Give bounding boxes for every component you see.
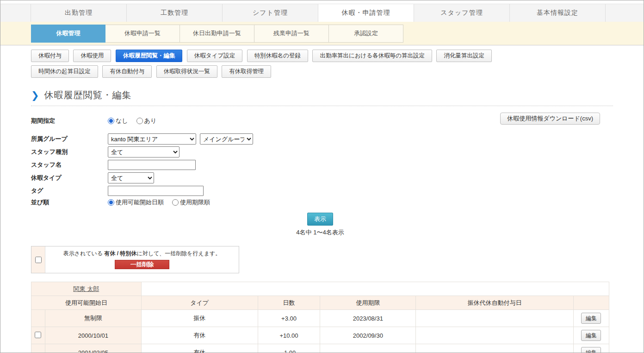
button-leave-history-view-edit[interactable]: 休暇履歴閲覧・編集 [116, 50, 183, 62]
row-days: -1.00 [258, 344, 320, 353]
filter-row-leave-type: 休暇タイプ 全て [31, 172, 644, 184]
staff-name-row-filler [141, 282, 609, 296]
button-attendance-rate-calc-settings[interactable]: 出勤率算出における各休暇毎の算出設定 [312, 50, 432, 62]
header-days: 日数 [258, 296, 320, 310]
staff-name-label: スタッフ名 [31, 161, 108, 169]
leave-history-table: 関東 太郎 使用可能開始日 タイプ 日数 使用期限 振休代休自動付与日 無制限 … [31, 282, 609, 353]
row-start-date: 2001/03/05 [45, 344, 141, 353]
tab-staff-management[interactable]: スタッフ管理 [414, 4, 510, 22]
subtab-leave-management[interactable]: 休暇管理 [31, 25, 105, 43]
bulk-select-all-checkbox[interactable] [35, 257, 42, 263]
section-button-row-1: 休暇付与 休暇使用 休暇履歴閲覧・編集 休暇タイプ設定 特別休暇名の登録 出勤率… [31, 50, 634, 62]
tab-attendance-management[interactable]: 出勤管理 [31, 4, 127, 22]
table-header-row: 使用可能開始日 タイプ 日数 使用期限 振休代休自動付与日 [31, 296, 609, 310]
csv-download-button[interactable]: 休暇使用情報ダウンロード(csv) [500, 113, 600, 125]
sort-label: 並び順 [31, 198, 108, 207]
row-edit-cell: 編集 [573, 310, 609, 327]
filter-row-staff-name: スタッフ名 [31, 159, 644, 171]
edit-button[interactable]: 編集 [581, 347, 601, 353]
tab-manhour-management[interactable]: 工数管理 [127, 4, 223, 22]
row-checkbox-cell [31, 344, 45, 353]
row-checkbox-cell [31, 327, 45, 344]
staff-name-input[interactable] [108, 160, 196, 170]
header-start-date: 使用可能開始日 [31, 296, 142, 310]
period-none-label: なし [116, 117, 128, 125]
button-paid-leave-auto-grant[interactable]: 有休自動付与 [102, 65, 152, 78]
button-consumption-calc-settings[interactable]: 消化量算出設定 [436, 50, 492, 62]
row-auto-grant [416, 310, 574, 327]
edit-button[interactable]: 編集 [581, 330, 601, 341]
staff-name-row: 関東 太郎 [31, 282, 609, 296]
group-select[interactable]: kanto 関東エリア [108, 133, 196, 145]
app-window: 出勤管理 工数管理 シフト管理 休暇・申請管理 スタッフ管理 基本情報設定 休暇… [0, 0, 644, 353]
bulk-delete-button[interactable]: 一括削除 [115, 260, 169, 269]
sort-by-start-date-option[interactable]: 使用可能開始日順 [108, 198, 164, 207]
period-yes-radio[interactable] [136, 118, 143, 124]
subtab-approval-settings[interactable]: 承認設定 [329, 25, 403, 43]
subtab-overtime-request-list[interactable]: 残業申請一覧 [254, 25, 329, 43]
subgroup-select[interactable]: メイングループ [200, 133, 253, 145]
tab-leave-application-management[interactable]: 休暇・申請管理 [318, 4, 414, 22]
sort-by-start-date-label: 使用可能開始日順 [116, 198, 164, 207]
filter-row-tag: タグ [31, 185, 644, 197]
sort-by-expiry-option[interactable]: 使用期限順 [172, 198, 210, 207]
subtab-holiday-work-request-list[interactable]: 休日出勤申請一覧 [180, 25, 254, 43]
row-start-date: 無制限 [45, 310, 141, 327]
row-expiry: - [320, 344, 416, 353]
button-hourly-leave-start-date-settings[interactable]: 時間休の起算日設定 [31, 65, 98, 78]
row-days: +3.00 [258, 310, 320, 327]
button-leave-grant[interactable]: 休暇付与 [31, 50, 69, 62]
button-leave-use[interactable]: 休暇使用 [73, 50, 111, 62]
header-auto-grant: 振休代休自動付与日 [416, 296, 574, 310]
header-expiry: 使用期限 [320, 296, 416, 310]
section-button-area: 休暇付与 休暇使用 休暇履歴閲覧・編集 休暇タイプ設定 特別休暇名の登録 出勤率… [0, 45, 644, 78]
row-type: 有休 [141, 327, 258, 344]
button-leave-acquisition-status-list[interactable]: 休暇取得状況一覧 [156, 65, 217, 78]
sub-navigation: 休暇管理 休暇申請一覧 休日出勤申請一覧 残業申請一覧 承認設定 [0, 22, 644, 45]
staff-name-link[interactable]: 関東 太郎 [74, 285, 99, 292]
period-none-option[interactable]: なし [108, 117, 128, 125]
sort-by-start-date-radio[interactable] [108, 199, 114, 206]
edit-button[interactable]: 編集 [581, 313, 601, 324]
filter-row-group: 所属グループ kanto 関東エリア メイングループ [31, 133, 644, 145]
submit-area: 表示 4名中 1〜4名表示 [31, 213, 609, 237]
show-button[interactable]: 表示 [307, 213, 333, 226]
filter-row-staff-type: スタッフ種別 全て [31, 146, 644, 158]
row-select-checkbox[interactable] [35, 332, 41, 338]
tab-basic-settings[interactable]: 基本情報設定 [510, 4, 606, 22]
chevron-right-icon: ❯ [31, 90, 39, 100]
bulk-delete-box: 表示されている 有休 / 特別休に対して、一括削除を行えます。 一括削除 [31, 246, 239, 273]
button-paid-leave-acquisition-management[interactable]: 有休取得管理 [222, 65, 271, 78]
tab-shift-management[interactable]: シフト管理 [223, 4, 318, 22]
row-days: +10.00 [258, 327, 320, 344]
period-label: 期間指定 [31, 117, 108, 125]
row-type: 有休 [141, 344, 258, 353]
sort-by-expiry-label: 使用期限順 [180, 198, 210, 207]
staff-type-select[interactable]: 全て [108, 146, 180, 158]
topnav-left-spacer [0, 4, 31, 22]
bulk-delete-message: 表示されている 有休 / 特別休に対して、一括削除を行えます。 [48, 250, 236, 258]
period-yes-option[interactable]: あり [136, 117, 157, 125]
button-leave-type-settings[interactable]: 休暇タイプ設定 [187, 50, 242, 62]
result-count: 4名中 1〜4名表示 [31, 228, 609, 237]
group-label: 所属グループ [31, 135, 108, 143]
table-row: 2000/10/01 有休 +10.00 2002/09/30 編集 [31, 327, 609, 344]
table-row: 無制限 振休 +3.00 2023/08/31 編集 [31, 310, 609, 327]
page-title-bar: ❯ 休暇履歴閲覧・編集 [31, 89, 613, 106]
staff-name-cell: 関東 太郎 [31, 282, 142, 296]
sort-by-expiry-radio[interactable] [172, 199, 179, 206]
topnav-right-spacer [606, 4, 644, 22]
button-special-leave-name-registration[interactable]: 特別休暇名の登録 [247, 50, 308, 62]
bulk-delete-body: 表示されている 有休 / 特別休に対して、一括削除を行えます。 一括削除 [45, 246, 239, 273]
tag-input[interactable] [108, 186, 204, 196]
period-yes-label: あり [144, 117, 157, 125]
tag-label: タグ [31, 187, 108, 195]
filter-form: 期間指定 なし あり 所属グループ kanto 関東エリア メイングループ [31, 116, 644, 207]
row-expiry: 2023/08/31 [320, 310, 416, 327]
subtab-leave-request-list[interactable]: 休暇申請一覧 [105, 25, 180, 43]
row-start-date: 2000/10/01 [45, 327, 141, 344]
table-row: 2001/03/05 有休 -1.00 - 編集 [31, 344, 609, 353]
period-none-radio[interactable] [108, 118, 114, 124]
leave-type-select[interactable]: 全て [108, 172, 154, 183]
row-auto-grant [416, 344, 574, 353]
